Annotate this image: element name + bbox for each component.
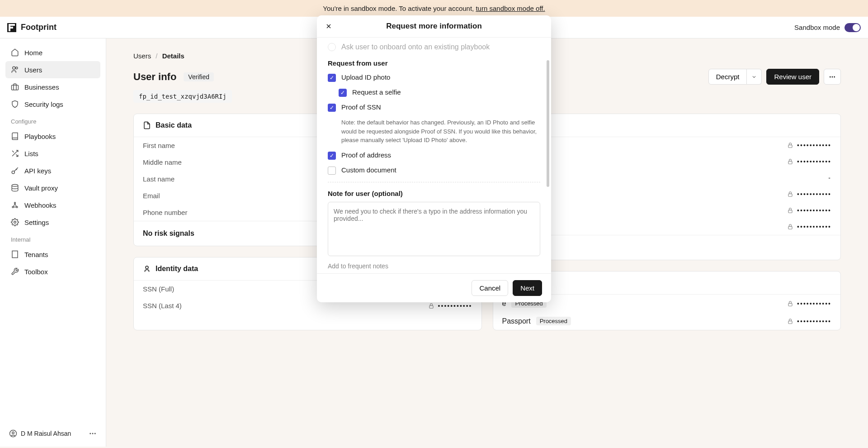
modal-title: Request more information [339, 22, 529, 31]
close-icon [325, 23, 332, 30]
checkbox-icon [339, 89, 347, 97]
modal-scrollbar[interactable] [547, 60, 549, 246]
radio-label: Ask user to onboard onto an existing pla… [341, 43, 490, 51]
ssn-note-text: Note: the default behavior has changed. … [341, 118, 540, 145]
checkbox-icon [328, 167, 336, 175]
checkbox-custom-document[interactable]: Custom document [328, 166, 540, 175]
checkbox-proof-address[interactable]: Proof of address [328, 151, 540, 160]
checkbox-label: Proof of address [341, 151, 391, 159]
cancel-button[interactable]: Cancel [472, 280, 508, 296]
radio-row-playbook[interactable]: Ask user to onboard onto an existing pla… [328, 43, 540, 51]
checkbox-label: Request a selfie [352, 88, 401, 96]
modal-close-button[interactable] [325, 23, 332, 30]
radio-icon [328, 43, 336, 51]
request-from-user-label: Request from user [328, 59, 540, 67]
add-frequent-notes-link[interactable]: Add to frequent notes [328, 262, 540, 270]
checkbox-request-selfie[interactable]: Request a selfie [339, 88, 540, 97]
note-for-user-label: Note for user (optional) [328, 190, 540, 197]
note-textarea[interactable] [328, 202, 540, 256]
checkbox-label: Upload ID photo [341, 73, 390, 81]
next-button[interactable]: Next [513, 280, 542, 296]
checkbox-icon [328, 152, 336, 160]
modal-footer: Cancel Next [317, 273, 551, 302]
checkbox-icon [328, 104, 336, 112]
modal-header: Request more information [317, 15, 551, 38]
checkbox-icon [328, 74, 336, 82]
checkbox-upload-id-photo[interactable]: Upload ID photo [328, 73, 540, 82]
checkbox-proof-ssn[interactable]: Proof of SSN [328, 103, 540, 112]
divider [328, 182, 540, 182]
scrollbar-thumb[interactable] [547, 60, 549, 187]
checkbox-label: Proof of SSN [341, 103, 381, 111]
checkbox-label: Custom document [341, 166, 396, 174]
modal-body: Ask user to onboard onto an existing pla… [317, 38, 551, 273]
request-info-modal: Request more information Ask user to onb… [317, 15, 551, 302]
